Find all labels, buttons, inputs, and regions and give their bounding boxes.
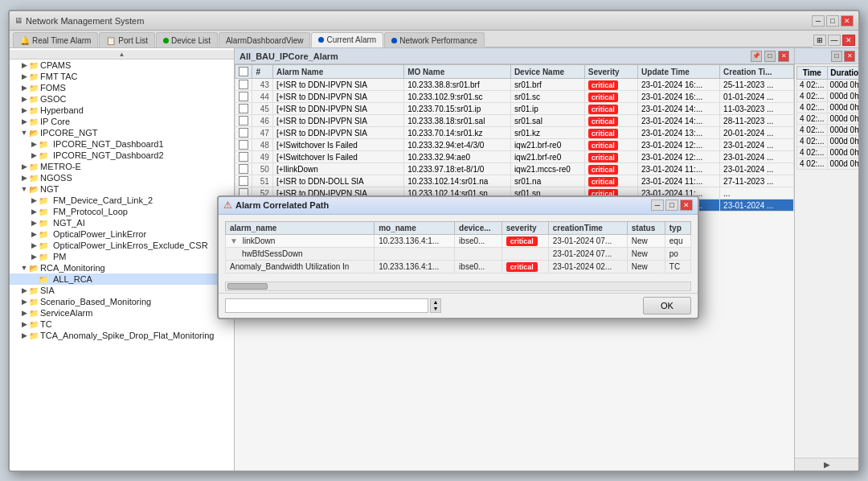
mth-type[interactable]: typ xyxy=(665,221,690,234)
th-num[interactable]: # xyxy=(252,65,273,79)
mth-status[interactable]: status xyxy=(627,221,665,234)
restore-button[interactable]: □ xyxy=(826,15,839,27)
sidebar-item-opt-exclude[interactable]: ▶ 📁 OpticalPower_LinkErros_Exclude_CSR xyxy=(10,240,234,251)
table-row[interactable]: 50 [+IlinkDown 10.233.97.18:et-8/1/0 iqw… xyxy=(235,163,794,175)
header-checkbox[interactable] xyxy=(239,67,248,76)
sidebar-item-ngt[interactable]: ▼ 📂 NGT xyxy=(10,183,234,195)
sidebar-item-fmttac[interactable]: ▶ 📁 FMT TAC xyxy=(10,71,234,82)
mth-alarm-name[interactable]: alarm_name xyxy=(226,221,375,234)
cell-mo: 10.233.32.94:ae0 xyxy=(404,151,511,163)
th-mo-name[interactable]: MO Name xyxy=(404,65,511,79)
row-checkbox[interactable] xyxy=(239,104,248,113)
toolbar-btn2[interactable]: — xyxy=(828,35,841,46)
row-checkbox[interactable] xyxy=(239,140,248,150)
sidebar-item-tc[interactable]: ▶ 📁 TC xyxy=(10,319,234,330)
tab-device-list[interactable]: Device List xyxy=(156,32,218,47)
close-panel-btn[interactable]: ✕ xyxy=(778,51,789,62)
sidebar-item-hyperband[interactable]: ▶ 📁 Hyperband xyxy=(10,105,234,116)
th-severity[interactable]: Severity xyxy=(584,65,637,79)
mth-creation[interactable]: creationTime xyxy=(548,221,627,234)
row-checkbox[interactable] xyxy=(239,164,248,174)
toggle-icon: ▶ xyxy=(29,252,39,261)
tab-current-alarm[interactable]: Current Alarm xyxy=(311,32,383,47)
modal-restore-btn[interactable]: □ xyxy=(665,199,678,211)
tab-port-list[interactable]: 📋 Port List xyxy=(99,32,155,47)
sidebar-item-pm[interactable]: ▶ 📁 PM xyxy=(10,251,234,262)
table-row[interactable]: 46 [+ISR to DDN-IPVPN SIA 10.233.38.18:s… xyxy=(235,115,794,127)
tab-label: Current Alarm xyxy=(326,35,376,44)
row-checkbox[interactable] xyxy=(239,80,248,89)
sidebar-item-metro-e[interactable]: ▶ 📁 METRO-E xyxy=(10,161,234,172)
close-button[interactable]: ✕ xyxy=(841,15,854,27)
modal-table-row-linkdown[interactable]: ▼ linkDown 10.233.136.4:1... ibse0... cr… xyxy=(226,234,691,247)
table-row[interactable]: 44 [+ISR to DDN-IPVPN SIA 10.233.102.9:s… xyxy=(235,91,794,103)
cell-device: sr01.sc xyxy=(510,91,584,103)
sidebar-item-ipcore-ngt-dash1[interactable]: ▶ 📁 IPCORE_NGT_Dashboard1 xyxy=(10,138,234,150)
sidebar-item-rca[interactable]: ▼ 📂 RCA_Monitoring xyxy=(10,262,234,273)
sidebar-item-ipcore[interactable]: ▶ 📁 IP Core xyxy=(10,116,234,127)
table-row[interactable]: 49 [+ISwitchover Is Failed 10.233.32.94:… xyxy=(235,151,794,163)
restore-panel-btn[interactable]: □ xyxy=(764,51,776,62)
sidebar-item-all-rca[interactable]: 📁 ALL_RCA xyxy=(10,273,234,285)
folder-icon: 📁 xyxy=(29,61,39,70)
th-creation-time[interactable]: Creation Ti... xyxy=(720,65,794,79)
modal-scrollbar-area xyxy=(219,280,698,293)
sidebar-item-ngt-ai[interactable]: ▶ 📁 NGT_AI xyxy=(10,217,234,228)
sidebar-item-opt-link[interactable]: ▶ 📁 OpticalPower_LinkError xyxy=(10,228,234,240)
row-checkbox[interactable] xyxy=(239,92,248,101)
sidebar-item-cpams[interactable]: ▶ 📁 CPAMS xyxy=(10,60,234,71)
mth-mo-name[interactable]: mo_name xyxy=(375,221,455,234)
mth-device[interactable]: device... xyxy=(455,221,502,234)
tab-network-performance[interactable]: Network Performance xyxy=(384,32,485,47)
table-row[interactable]: 45 [+ISR to DDN-IPVPN SIA 10.233.70.15:s… xyxy=(235,103,794,115)
table-row[interactable]: 47 [+ISR to DDN-IPVPN SIA 10.233.70.14:s… xyxy=(235,127,794,139)
sidebar-item-tca[interactable]: ▶ 📁 TCA_Anomaly_Spike_Drop_Flat_Monitori… xyxy=(10,330,234,341)
cell-checkbox xyxy=(235,127,252,139)
table-row[interactable]: 48 [+ISwitchover Is Failed 10.233.32.94:… xyxy=(235,139,794,151)
sidebar-item-foms[interactable]: ▶ 📁 FOMS xyxy=(10,82,234,93)
folder-icon: 📁 xyxy=(29,84,39,92)
toggle-icon: ▶ xyxy=(29,150,39,160)
rth-duration[interactable]: Duratio... xyxy=(827,67,858,80)
sidebar-item-fm-device[interactable]: ▶ 📁 FM_Device_Card_Link_2 xyxy=(10,195,234,206)
sidebar-item-scenario[interactable]: ▶ 📁 Scenario_Based_Monitoring xyxy=(10,296,234,307)
modal-input-arrows[interactable]: ▲ ▼ xyxy=(430,298,441,313)
modal-input-field[interactable] xyxy=(225,298,428,313)
folder-icon: 📁 xyxy=(39,219,48,228)
right-panel-scroll-right[interactable]: ▶ xyxy=(795,458,858,471)
modal-minimize-btn[interactable]: ─ xyxy=(651,199,664,211)
table-row[interactable]: 43 [+ISR to DDN-IPVPN SIA 10.233.38.8:sr… xyxy=(235,79,794,91)
row-checkbox[interactable] xyxy=(239,116,248,125)
sidebar-item-sia[interactable]: ▶ 📁 SIA xyxy=(10,285,234,296)
row-checkbox[interactable] xyxy=(239,152,248,162)
toolbar-close-btn[interactable]: ✕ xyxy=(842,35,855,46)
toolbar-btn1[interactable]: ⊞ xyxy=(813,35,826,46)
mth-severity[interactable]: severity xyxy=(502,221,548,234)
right-close-btn[interactable]: ✕ xyxy=(844,51,855,62)
pin-button[interactable]: 📌 xyxy=(751,51,762,62)
scrollbar-thumb[interactable] xyxy=(227,283,268,290)
sidebar-item-ipcore-ngt[interactable]: ▼ 📂 IPCORE_NGT xyxy=(10,127,234,138)
minimize-button[interactable]: ─ xyxy=(812,15,825,27)
tab-real-time-alarm[interactable]: 🔔 Real Time Alarm xyxy=(13,32,98,47)
modal-table-row-anomaly[interactable]: Anomaly_Bandwidth Utilization In 10.233.… xyxy=(226,260,691,273)
alarm-correlated-path-modal[interactable]: ⚠ Alarm Correlated Path ─ □ ✕ alarm_name xyxy=(217,195,699,319)
modal-horizontal-scrollbar[interactable] xyxy=(225,282,691,291)
right-restore-btn[interactable]: □ xyxy=(831,51,842,62)
th-update-time[interactable]: Update Time xyxy=(638,65,720,79)
ok-button[interactable]: OK xyxy=(643,297,691,314)
rth-time[interactable]: Time xyxy=(797,67,828,80)
sidebar-item-fm-protocol[interactable]: ▶ 📁 FM_Protocol_Loop xyxy=(10,206,234,217)
row-checkbox[interactable] xyxy=(239,176,248,186)
row-checkbox[interactable] xyxy=(239,128,248,138)
modal-table-row-hwbfd[interactable]: hwBfdSessDown 23-01-2024 07... New po xyxy=(226,247,691,260)
sidebar-item-gsoc[interactable]: ▶ 📁 GSOC xyxy=(10,93,234,105)
tab-alarm-dashboard[interactable]: AlarmDashboardView xyxy=(219,32,311,47)
sidebar-item-ipcore-ngt-dash2[interactable]: ▶ 📁 IPCORE_NGT_Dashboard2 xyxy=(10,150,234,161)
sidebar-item-service-alarm[interactable]: ▶ 📁 ServiceAlarm xyxy=(10,307,234,319)
table-row[interactable]: 51 [+ISR to DDN-DOLL SIA 10.233.102.14:s… xyxy=(235,175,794,187)
th-device-name[interactable]: Device Name xyxy=(510,65,584,79)
th-alarm-name[interactable]: Alarm Name xyxy=(272,65,403,79)
sidebar-item-ngoss[interactable]: ▶ 📁 NGOSS xyxy=(10,172,234,183)
modal-close-btn[interactable]: ✕ xyxy=(680,199,693,211)
